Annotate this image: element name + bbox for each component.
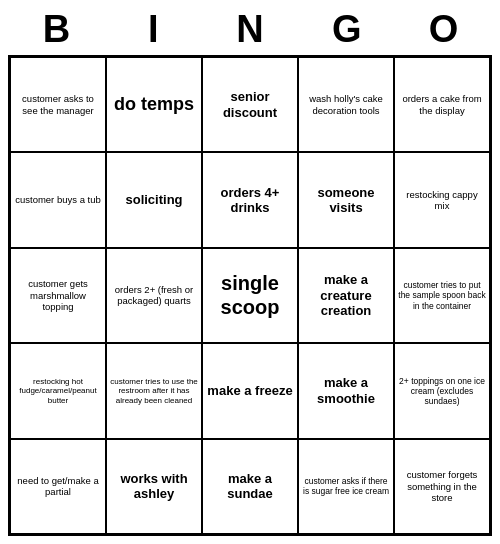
cell-4-0[interactable]: need to get/make a partial: [10, 439, 106, 534]
cell-1-1[interactable]: soliciting: [106, 152, 202, 247]
cell-0-4[interactable]: orders a cake from the display: [394, 57, 490, 152]
cell-0-3[interactable]: wash holly's cake decoration tools: [298, 57, 394, 152]
letter-o: O: [400, 8, 488, 51]
bingo-title: B I N G O: [8, 8, 492, 51]
cell-2-0[interactable]: customer gets marshmallow topping: [10, 248, 106, 343]
cell-2-2[interactable]: single scoop: [202, 248, 298, 343]
cell-0-2[interactable]: senior discount: [202, 57, 298, 152]
cell-3-4[interactable]: 2+ toppings on one ice cream (excludes s…: [394, 343, 490, 438]
letter-g: G: [303, 8, 391, 51]
cell-4-3[interactable]: customer asks if there is sugar free ice…: [298, 439, 394, 534]
cell-1-4[interactable]: restocking cappy mix: [394, 152, 490, 247]
cell-2-3[interactable]: make a creature creation: [298, 248, 394, 343]
bingo-grid: customer asks to see the manager do temp…: [8, 55, 492, 536]
cell-2-1[interactable]: orders 2+ (fresh or packaged) quarts: [106, 248, 202, 343]
cell-3-0[interactable]: restocking hot fudge/caramel/peanut butt…: [10, 343, 106, 438]
cell-2-4[interactable]: customer tries to put the sample spoon b…: [394, 248, 490, 343]
letter-b: B: [12, 8, 100, 51]
cell-4-4[interactable]: customer forgets something in the store: [394, 439, 490, 534]
cell-0-1[interactable]: do temps: [106, 57, 202, 152]
cell-1-3[interactable]: someone visits: [298, 152, 394, 247]
cell-3-1[interactable]: customer tries to use the restroom after…: [106, 343, 202, 438]
cell-4-2[interactable]: make a sundae: [202, 439, 298, 534]
cell-1-2[interactable]: orders 4+ drinks: [202, 152, 298, 247]
cell-3-3[interactable]: make a smoothie: [298, 343, 394, 438]
cell-3-2[interactable]: make a freeze: [202, 343, 298, 438]
cell-0-0[interactable]: customer asks to see the manager: [10, 57, 106, 152]
letter-n: N: [206, 8, 294, 51]
letter-i: I: [109, 8, 197, 51]
cell-1-0[interactable]: customer buys a tub: [10, 152, 106, 247]
cell-4-1[interactable]: works with ashley: [106, 439, 202, 534]
